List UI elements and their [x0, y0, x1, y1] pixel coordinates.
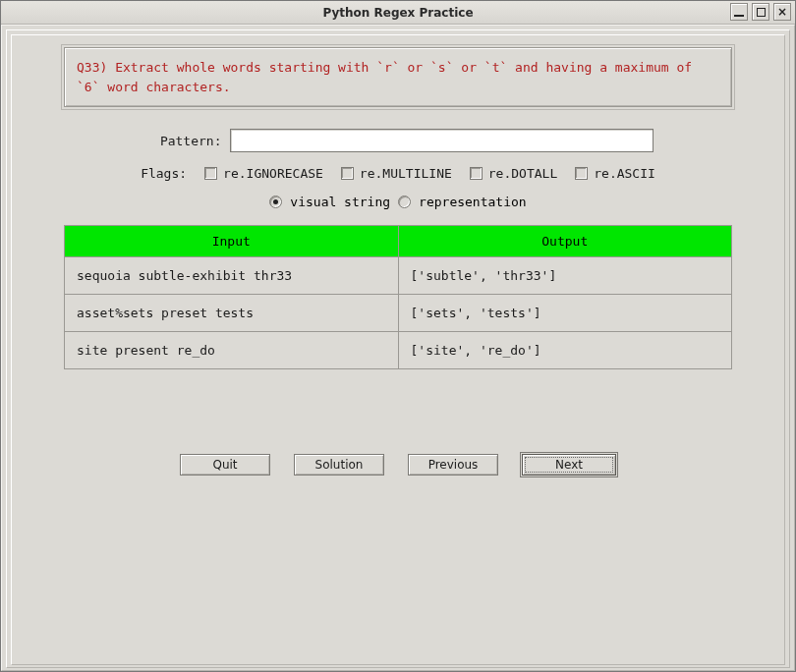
button-row: Quit Solution Previous Next [28, 454, 768, 476]
flag-label: re.DOTALL [488, 166, 557, 181]
minimize-button[interactable] [730, 3, 748, 21]
radio-label-visual: visual string [290, 195, 390, 209]
cell-output: ['subtle', 'thr33'] [398, 257, 732, 295]
table-row: asset%sets preset tests ['sets', 'tests'… [65, 295, 732, 332]
table-row: sequoia subtle-exhibit thr33 ['subtle', … [65, 257, 732, 295]
mode-row: visual string representation [28, 195, 768, 209]
question-box: Q33) Extract whole words starting with `… [64, 47, 732, 107]
close-button[interactable]: × [773, 3, 791, 21]
flag-multiline[interactable]: re.MULTILINE [341, 166, 452, 181]
pattern-label: Pattern: [143, 134, 222, 148]
flag-dotall[interactable]: re.DOTALL [470, 166, 557, 181]
col-header-output: Output [398, 226, 732, 257]
checkbox-icon [341, 167, 354, 180]
maximize-button[interactable] [752, 3, 769, 21]
radio-visual-string[interactable] [269, 196, 282, 208]
cell-input: sequoia subtle-exhibit thr33 [65, 257, 399, 295]
col-header-input: Input [65, 226, 399, 257]
flag-label: re.ASCII [594, 166, 655, 181]
previous-button[interactable]: Previous [408, 454, 498, 476]
next-button[interactable]: Next [522, 454, 616, 476]
flag-label: re.IGNORECASE [223, 166, 323, 181]
radio-label-representation: representation [419, 195, 527, 209]
cell-input: asset%sets preset tests [65, 295, 399, 332]
application-window: Python Regex Practice × Q33) Extract who… [0, 0, 796, 672]
flags-label: Flags: [141, 166, 187, 181]
titlebar[interactable]: Python Regex Practice × [1, 1, 795, 25]
cell-output: ['site', 're_do'] [398, 332, 732, 369]
flag-ascii[interactable]: re.ASCII [575, 166, 655, 181]
checkbox-icon [575, 167, 588, 180]
pattern-input[interactable] [230, 129, 654, 152]
pattern-row: Pattern: [28, 129, 768, 152]
flag-label: re.MULTILINE [360, 166, 452, 181]
solution-button[interactable]: Solution [294, 454, 384, 476]
flags-row: Flags: re.IGNORECASE re.MULTILINE re.DOT… [28, 166, 768, 181]
io-table: Input Output sequoia subtle-exhibit thr3… [64, 225, 732, 369]
checkbox-icon [204, 167, 217, 180]
window-title: Python Regex Practice [1, 6, 795, 20]
flag-ignorecase[interactable]: re.IGNORECASE [204, 166, 323, 181]
table-row: site present re_do ['site', 're_do'] [65, 332, 732, 369]
checkbox-icon [470, 167, 483, 180]
cell-input: site present re_do [65, 332, 399, 369]
quit-button[interactable]: Quit [180, 454, 270, 476]
cell-output: ['sets', 'tests'] [398, 295, 732, 332]
radio-representation[interactable] [398, 196, 411, 208]
titlebar-controls: × [730, 3, 791, 21]
window-body: Q33) Extract whole words starting with `… [1, 25, 795, 671]
